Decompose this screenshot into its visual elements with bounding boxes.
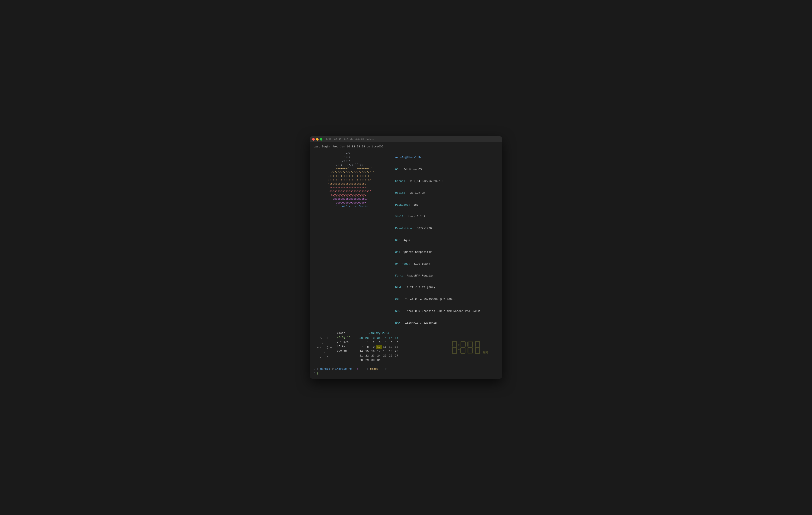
- cal-day-th: Th: [382, 336, 388, 341]
- cal-cell: 16: [370, 349, 376, 354]
- weather-rain: 0.0 mm: [337, 349, 350, 353]
- cal-cell: 19: [388, 349, 394, 354]
- weather-section: \ / .-. ― ( ) ― `-' / \ Clear +6(5) °C ↗…: [314, 331, 352, 364]
- svg-rect-2: [452, 353, 457, 354]
- minimize-button[interactable]: [316, 138, 319, 141]
- svg-rect-14: [460, 348, 461, 353]
- prompt-bracket: ) - [: [360, 368, 369, 371]
- cal-cell: 1: [364, 341, 370, 345]
- cal-cell: [388, 358, 394, 363]
- info-wm-theme: WM Theme: Blue (Dark): [378, 258, 498, 270]
- neofetch-art: -/+:. :++++. /+++/. .:-::- .+/:-``.::- .…: [314, 152, 374, 329]
- cal-cell: 5: [388, 341, 394, 345]
- info-ram: RAM: 15264MiB / 32768MiB: [378, 317, 498, 329]
- svg-rect-3: [452, 342, 453, 347]
- art-line: :sssssssssssssssssssssss-: [314, 186, 374, 190]
- weather-visibility: 16 km: [337, 345, 350, 349]
- svg-rect-24: [475, 347, 480, 348]
- clock-display: AM: [452, 340, 498, 355]
- info-resolution: Resolution: 3072x1920: [378, 223, 498, 235]
- art-line: /sssssssssssssssssssssss.: [314, 182, 374, 186]
- cal-day-fr: Fr: [388, 336, 394, 341]
- svg-rect-29: [479, 348, 480, 353]
- info-kernel: Kernel: x86_64 Darwin 23.2.0: [378, 175, 498, 187]
- terminal-window: 1/10, 02:40 0.0 kB 0.0 kB %-bash Last lo…: [310, 136, 502, 379]
- terminal-titlebar: 1/10, 02:40 0.0 kB 0.0 kB %-bash: [310, 136, 502, 142]
- calendar-header-row: Su Mo Tu We Th Fr Sa: [358, 336, 399, 341]
- svg-rect-10: [461, 347, 465, 348]
- cal-cell: 9: [370, 345, 376, 349]
- svg-point-7: [458, 344, 460, 346]
- cal-cell: 7: [358, 345, 364, 349]
- info-packages: Packages: 288: [378, 199, 498, 211]
- cal-cell: [382, 358, 388, 363]
- prompt-bracket-close: ] ->: [380, 368, 386, 371]
- bottom-area: \ / .-. ― ( ) ― `-' / \ Clear +6(5) °C ↗…: [314, 331, 498, 364]
- cal-cell: 11: [382, 345, 388, 349]
- titlebar-info: 1/10, 02:40 0.0 kB 0.0 kB %-bash: [326, 138, 375, 141]
- weather-condition: Clear: [337, 331, 350, 335]
- svg-rect-16: [468, 341, 472, 342]
- art-line: .:-::- .+/:-``.::-: [314, 163, 374, 167]
- info-os: OS: 64bit macOS: [378, 164, 498, 175]
- info-disk: Disk: 1.2T / 2.1T (58%): [378, 282, 498, 294]
- prompt-host: iMarsloPro: [335, 368, 352, 371]
- svg-rect-27: [479, 342, 480, 347]
- svg-rect-26: [475, 342, 476, 347]
- prompt-line-1: . ( marslo @ iMarsloPro ~ ✦ ) - [ emacs …: [314, 367, 498, 372]
- calendar-section: January 2024 Su Mo Tu We Th Fr Sa: [358, 331, 399, 364]
- cal-cell: 25: [382, 354, 388, 358]
- prompt-dollar: $: [317, 372, 320, 375]
- prompt-line2-bracket: [: [314, 372, 315, 375]
- svg-rect-20: [472, 342, 473, 347]
- cal-cell: 2: [370, 341, 376, 345]
- cal-cell: 30: [370, 358, 376, 363]
- close-button[interactable]: [312, 138, 315, 141]
- cal-day-mo: Mo: [364, 336, 370, 341]
- content-area: -/+:. :++++. /+++/. .:-::- .+/:-``.::- .…: [314, 152, 498, 329]
- cal-week-1: 1 2 3 4 5 6: [358, 341, 399, 345]
- cal-cell: 31: [376, 358, 382, 363]
- maximize-button[interactable]: [320, 138, 322, 141]
- art-line: :++++.: [314, 156, 374, 160]
- prompt-tilde: ~: [353, 368, 355, 371]
- prompt-at: @: [332, 368, 334, 371]
- cal-cell: 26: [388, 354, 394, 358]
- cal-day-tu: Tu: [370, 336, 376, 341]
- art-line: :oooooooooooooooooo+.: [314, 201, 374, 205]
- cal-day-we: We: [376, 336, 382, 341]
- prompt-area: . ( marslo @ iMarsloPro ~ ✦ ) - [ emacs …: [314, 367, 498, 376]
- art-line: `syyyyyyyyyyyyyyyyyyyyy+`: [314, 193, 374, 197]
- login-line: Last login: Wed Jan 10 02:28:28 on ttys0…: [314, 145, 498, 149]
- cal-cell: 6: [394, 341, 400, 345]
- info-shell: Shell: bash 5.2.21: [378, 211, 498, 223]
- weather-data: Clear +6(5) °C ↗ 1 m/s 16 km 0.0 mm: [337, 331, 350, 353]
- svg-rect-13: [465, 342, 466, 347]
- clock-section: AM: [447, 331, 498, 364]
- svg-text:AM: AM: [483, 350, 488, 355]
- svg-rect-0: [452, 341, 457, 342]
- art-line: `ossssssssssssssssssss/: [314, 197, 374, 201]
- info-cpu: CPU: Intel Core i9-9980HK @ 2.40GHz: [378, 294, 498, 305]
- cal-cell: 18: [382, 349, 388, 354]
- svg-rect-25: [475, 353, 480, 354]
- svg-rect-15: [465, 348, 466, 353]
- prompt-emacs: emacs: [370, 368, 378, 371]
- art-line: .://///////////////////////:`: [314, 171, 374, 175]
- cal-today: 10: [376, 345, 382, 349]
- art-line: /+++/.: [314, 159, 374, 163]
- svg-rect-9: [461, 341, 465, 342]
- cal-week-3: 14 15 16 17 18 19 20: [358, 349, 399, 354]
- cal-cell: 3: [376, 341, 382, 345]
- weather-temp: +6(5) °C: [337, 335, 350, 340]
- svg-rect-18: [468, 353, 472, 354]
- calendar-table: Su Mo Tu We Th Fr Sa 1 2: [358, 336, 399, 363]
- cal-cell: 14: [358, 349, 364, 354]
- cal-cell: 22: [364, 354, 370, 358]
- svg-rect-5: [452, 348, 453, 353]
- info-wm: WM: Quartz Compositor: [378, 246, 498, 258]
- svg-rect-19: [467, 342, 468, 347]
- prompt-cursor: _: [320, 372, 322, 375]
- art-line: -/+:.: [314, 152, 374, 156]
- cal-cell: 21: [358, 354, 364, 358]
